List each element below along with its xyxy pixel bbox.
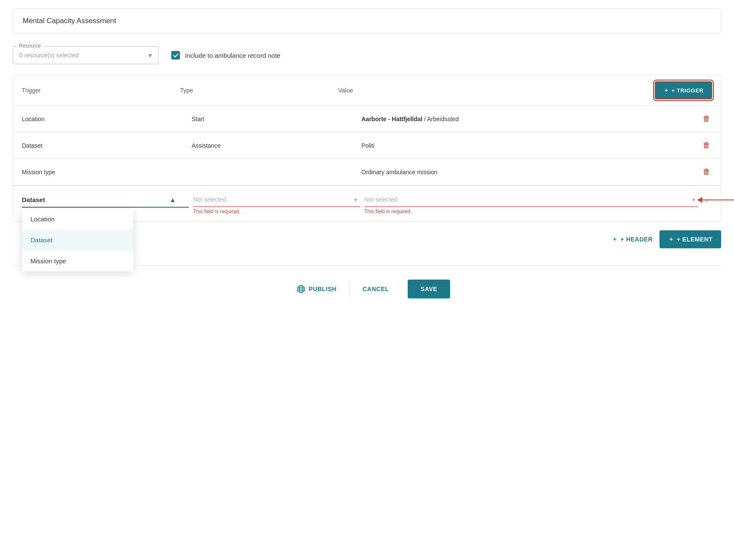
dropdown-item-location[interactable]: Location	[22, 209, 133, 229]
arrow-indicator	[697, 197, 734, 203]
row-value-1: Aarborte - Hattfjelldal / Arbeidssted	[361, 116, 701, 122]
checkbox-label: Include to ambulance record note	[185, 52, 280, 59]
row-type-1: Start	[192, 116, 362, 122]
page-wrapper: Mental Capacity Assessment Resource 0 re…	[0, 0, 734, 560]
dataset-chevron-icon: ▲	[170, 196, 176, 203]
add-element-button[interactable]: ＋ + ELEMENT	[659, 230, 721, 248]
top-card: Mental Capacity Assessment	[13, 9, 721, 33]
dropdown-item-mission-type[interactable]: Mission type	[22, 250, 133, 271]
save-button[interactable]: SAVE	[408, 280, 450, 298]
header-plus-icon: ＋	[612, 235, 618, 243]
publish-button[interactable]: PUBLISH	[284, 279, 349, 299]
publish-label: PUBLISH	[309, 286, 337, 292]
save-label: SAVE	[421, 286, 437, 292]
row-trigger-1: Location	[22, 116, 192, 122]
row-value-2: Politi	[361, 142, 701, 149]
cancel-label: CANCEL	[363, 286, 389, 292]
trigger-table: Trigger Type Value ＋ + TRIGGER Location …	[13, 75, 721, 222]
row-trigger-3: Mission type	[22, 169, 192, 176]
field-error-1: This field is required.	[193, 209, 360, 214]
row-value-bold-1: Aarborte - Hattfjelldal	[361, 116, 422, 122]
table-row: Location Start Aarborte - Hattfjelldal /…	[13, 106, 721, 132]
dropdown-menu: Location Dataset Mission type	[22, 209, 133, 271]
trigger-plus-icon: ＋	[663, 86, 669, 94]
top-card-title: Mental Capacity Assessment	[23, 17, 116, 25]
resource-select[interactable]: 0 resource(s) selected	[13, 46, 158, 64]
publish-globe-icon	[297, 285, 305, 293]
row-value-3: Ordinary ambulance mission	[361, 169, 701, 176]
element-btn-label: + ELEMENT	[677, 236, 713, 243]
table-row: Dataset Assistance Politi 🗑	[13, 132, 721, 159]
add-header-button[interactable]: ＋ + HEADER	[612, 235, 653, 243]
include-checkbox[interactable]	[171, 51, 180, 60]
not-selected-1: Not selected ▼	[193, 193, 360, 207]
resource-label: Resource	[17, 43, 42, 49]
resource-select-wrapper: Resource 0 resource(s) selected ▼	[13, 46, 158, 64]
arrow-head-icon	[697, 197, 702, 203]
delete-row-1[interactable]: 🗑	[701, 113, 712, 125]
delete-row-2[interactable]: 🗑	[701, 139, 712, 152]
not-selected-select-1[interactable]: Not selected	[193, 193, 360, 207]
dataset-label: Dataset	[22, 196, 45, 203]
checkbox-row: Include to ambulance record note	[171, 51, 280, 60]
col-type: Type	[180, 87, 338, 94]
header-btn-label: + HEADER	[621, 236, 653, 243]
col-trigger: Trigger	[22, 87, 180, 94]
cancel-button[interactable]: CANCEL	[350, 280, 402, 298]
table-row: Mission type Ordinary ambulance mission …	[13, 159, 721, 185]
row-value-rest-1: / Arbeidssted	[422, 116, 459, 122]
not-selected-1-wrapper: Not selected ▼ This field is required.	[193, 193, 360, 214]
trigger-btn-label: + TRIGGER	[671, 87, 704, 94]
arrow-line	[702, 200, 734, 200]
row-trigger-2: Dataset	[22, 142, 192, 149]
new-trigger-row: Dataset ▲ Location Dataset Mission type	[13, 185, 721, 221]
col-value: Value	[338, 87, 655, 94]
dataset-dropdown-wrapper: Dataset ▲ Location Dataset Mission type	[22, 193, 189, 208]
element-plus-icon: ＋	[668, 235, 674, 243]
trigger-table-header: Trigger Type Value ＋ + TRIGGER	[13, 75, 721, 106]
trigger-button[interactable]: ＋ + TRIGGER	[655, 81, 712, 99]
delete-row-3[interactable]: 🗑	[701, 166, 712, 178]
field-error-2: This field is required.	[364, 209, 698, 214]
not-selected-select-2[interactable]: Not selected	[364, 193, 698, 207]
not-selected-2: Not selected ▼	[364, 193, 698, 207]
dropdown-item-dataset[interactable]: Dataset	[22, 229, 133, 250]
row-type-2: Assistance	[192, 142, 362, 149]
not-selected-2-wrapper: Not selected ▼ This field is required.	[364, 193, 698, 214]
resource-row: Resource 0 resource(s) selected ▼ Includ…	[13, 46, 721, 64]
dataset-select-button[interactable]: Dataset ▲	[22, 193, 189, 208]
